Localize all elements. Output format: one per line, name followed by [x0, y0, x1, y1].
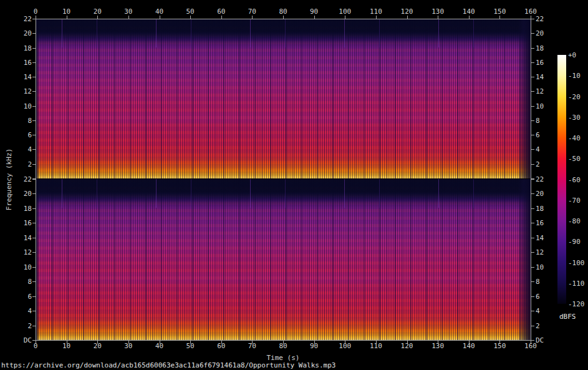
y-tick-label: 10 — [12, 263, 32, 270]
y-tick-label: 14 — [12, 74, 32, 80]
x-tick-label: 110 — [370, 343, 382, 349]
y-tick — [531, 340, 534, 341]
x-tick-label: 160 — [524, 343, 537, 349]
colorbar-tick-label: -120 — [568, 301, 585, 308]
x-tick — [252, 16, 253, 19]
x-tick-label: 10 — [62, 343, 70, 349]
y-tick-label: 6 — [536, 293, 540, 299]
x-tick-label: 160 — [524, 8, 537, 15]
x-tick-label: 0 — [34, 343, 38, 349]
x-tick-label: 40 — [155, 343, 163, 349]
y-tick — [32, 296, 36, 297]
y-tick-label: DC — [12, 337, 32, 344]
colorbar-tick-label: -60 — [568, 176, 581, 183]
x-tick — [345, 16, 345, 19]
x-tick-label: 90 — [310, 343, 318, 349]
y-tick-label: 2 — [536, 160, 540, 167]
y-tick-label: 6 — [536, 132, 540, 139]
y-tick-label: 20 — [536, 190, 544, 197]
y-tick-label: 18 — [536, 205, 544, 212]
x-tick — [499, 16, 500, 19]
y-tick-label: 12 — [536, 249, 544, 256]
y-tick — [531, 106, 534, 107]
spectrogram-right-channel — [36, 179, 531, 340]
y-tick — [32, 91, 36, 92]
y-tick-label: 22 — [12, 16, 32, 22]
y-tick-label: 14 — [12, 234, 32, 241]
x-tick — [283, 16, 284, 19]
y-tick-label: 12 — [536, 88, 544, 95]
x-tick-label: 140 — [463, 343, 475, 349]
y-tick — [531, 252, 534, 253]
y-tick-label: DC — [536, 337, 544, 344]
y-tick-label: 16 — [536, 220, 544, 226]
x-tick — [36, 16, 36, 19]
y-tick — [32, 311, 36, 311]
y-tick — [32, 164, 36, 165]
y-tick-label: 8 — [12, 117, 32, 124]
x-tick — [376, 16, 377, 19]
colorbar-tick-label: -100 — [568, 259, 585, 266]
y-tick — [531, 120, 534, 121]
y-tick-label: 10 — [536, 102, 544, 109]
colorbar-tick-label: -50 — [568, 155, 581, 162]
colorbar-tick-label: -20 — [568, 93, 581, 100]
x-tick — [128, 16, 129, 19]
x-tick-label: 70 — [248, 8, 256, 15]
x-tick-label: 40 — [155, 8, 163, 15]
y-tick-label: 10 — [12, 102, 32, 109]
y-tick — [531, 164, 534, 165]
y-tick-label: 8 — [536, 278, 540, 285]
colorbar-tick-label: +0 — [568, 52, 576, 59]
y-tick — [32, 19, 36, 19]
y-tick-label: 4 — [536, 146, 540, 153]
x-tick-label: 120 — [401, 343, 413, 349]
y-tick — [531, 135, 534, 135]
x-tick-label: 50 — [186, 8, 195, 15]
y-tick — [32, 267, 36, 268]
x-tick-label: 120 — [401, 8, 413, 15]
colorbar-tick-label: -110 — [568, 280, 585, 286]
y-tick-label: 18 — [12, 44, 32, 51]
x-tick-label: 100 — [339, 8, 351, 15]
y-tick-label: 20 — [536, 30, 544, 37]
spectrogram-figure: Frequency (kHz) 010203040506070809010011… — [0, 0, 588, 370]
x-tick — [97, 16, 98, 19]
y-tick — [531, 326, 534, 326]
y-tick — [32, 120, 36, 121]
y-tick — [531, 62, 534, 63]
y-tick — [531, 19, 534, 19]
y-tick — [32, 106, 36, 107]
x-tick-label: 130 — [431, 8, 444, 15]
x-tick-label: 50 — [186, 343, 195, 349]
y-tick — [32, 62, 36, 63]
y-tick-label: 2 — [536, 322, 540, 329]
x-tick-label: 100 — [339, 343, 351, 349]
y-tick — [32, 238, 36, 238]
x-tick-label: 20 — [94, 343, 102, 349]
x-tick-label: 20 — [94, 8, 102, 15]
colorbar-tick-label: -90 — [568, 238, 581, 245]
x-tick-label: 70 — [248, 343, 256, 349]
y-tick-label: 4 — [12, 146, 32, 153]
y-tick — [32, 281, 36, 282]
x-tick — [221, 16, 222, 19]
y-tick — [531, 33, 534, 34]
y-tick-label: 14 — [536, 74, 544, 80]
y-tick-label: 12 — [12, 88, 32, 95]
y-tick-label: 16 — [12, 59, 32, 66]
y-tick — [531, 311, 534, 311]
x-tick — [438, 16, 438, 19]
x-tick — [67, 16, 67, 19]
y-tick — [531, 296, 534, 297]
source-url-text: https://archive.org/download/acb165d6006… — [1, 361, 335, 369]
x-tick — [190, 16, 191, 19]
y-tick — [32, 252, 36, 253]
y-tick — [531, 267, 534, 268]
y-tick-label: 2 — [12, 160, 32, 167]
spectrogram-left-channel — [36, 19, 531, 178]
y-tick — [32, 326, 36, 326]
y-tick — [531, 48, 534, 49]
y-tick — [32, 223, 36, 223]
y-tick — [32, 77, 36, 77]
